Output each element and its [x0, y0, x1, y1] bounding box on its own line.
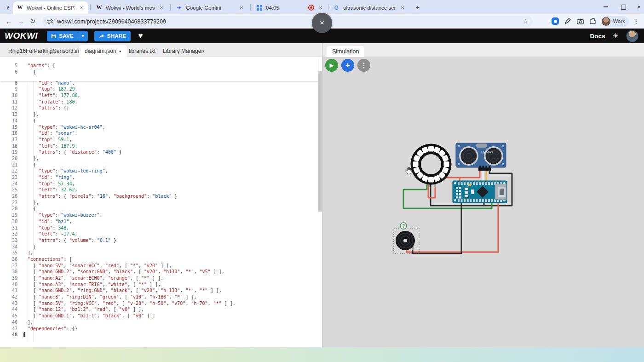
nano-pin[interactable] — [488, 199, 490, 202]
wire-buzzer-red[interactable] — [407, 203, 498, 252]
nano-pin[interactable] — [476, 199, 478, 202]
code-line[interactable]: 20 }, — [0, 155, 318, 162]
wokwi-user-avatar[interactable] — [626, 30, 638, 42]
code-line[interactable]: 46 ], — [0, 319, 318, 326]
nano-pin[interactable] — [467, 199, 469, 202]
browser-tab-timer[interactable]: 04:05 × — [252, 1, 328, 14]
wire-sonar-vcc-red[interactable] — [460, 170, 480, 181]
code-line[interactable]: 44 [ "nano:12", "bz1:2", "red", [ "v0" ]… — [0, 306, 318, 313]
nano-pin[interactable] — [482, 199, 484, 202]
code-line[interactable]: 47 "dependencies": {} — [0, 326, 318, 332]
extensions-puzzle-icon[interactable] — [588, 17, 597, 25]
code-line[interactable]: 28 { — [0, 206, 318, 212]
nano-pin[interactable] — [464, 182, 466, 185]
url-bar[interactable]: wokwi.com/projects/290964046833779209 ☆ — [42, 16, 533, 27]
code-line[interactable]: 24 "top": 57.34, — [0, 181, 318, 187]
code-line[interactable]: 42 [ "nano:8", "ring:DIN", "green", [ "v… — [0, 294, 318, 300]
code-line[interactable]: 30 "id": "bz1", — [0, 218, 318, 225]
code-line[interactable]: 34 } — [0, 244, 318, 250]
tabs-dropdown-button[interactable]: ▾ — [197, 45, 210, 57]
site-info-icon[interactable] — [47, 18, 53, 25]
reload-icon[interactable]: ↻ — [27, 17, 39, 25]
camera-extension-icon[interactable] — [576, 17, 584, 25]
new-tab-button[interactable]: + — [413, 2, 422, 11]
add-part-button[interactable]: + — [341, 59, 354, 72]
code-line[interactable]: 12 "attrs": {} — [0, 105, 318, 111]
code-line[interactable]: 41 [ "nano:GND.2", "ring:GND", "black", … — [0, 287, 318, 294]
led-ring-part[interactable] — [411, 144, 452, 187]
code-line[interactable]: 26 "attrs": { "pixels": "16", "backgroun… — [0, 193, 318, 200]
wire-buzzer-black[interactable] — [413, 203, 461, 253]
save-button[interactable]: SAVE ▾ — [47, 31, 88, 41]
heart-icon[interactable]: ♥ — [138, 31, 143, 40]
nano-pin[interactable] — [461, 182, 463, 185]
code-line[interactable]: 40 [ "nano:A3", "sonar:TRIG", "white", [… — [0, 282, 318, 288]
code-line[interactable]: 45 [ "nano:GND.1", "bz1:1", "black", [ "… — [0, 313, 318, 319]
code-line[interactable]: 29 "type": "wokwi-buzzer", — [0, 212, 318, 218]
code-line[interactable]: 15 "type": "wokwi-hc-sr04", — [0, 124, 318, 131]
close-icon[interactable]: × — [317, 5, 324, 11]
theme-toggle-sun-icon[interactable]: ☀ — [613, 32, 619, 40]
code-line[interactable]: 39 [ "nano:A2", "sonar:ECHO", "orange", … — [0, 275, 318, 282]
code-line[interactable]: 17 "top": 59.1, — [0, 137, 318, 143]
nano-pin[interactable] — [464, 199, 466, 202]
code-line[interactable]: 31 "top": 348, — [0, 225, 318, 231]
hc-sr04-part[interactable]: HC-SR04 — [456, 143, 506, 171]
nano-pin[interactable] — [461, 199, 463, 202]
panel-divider[interactable] — [322, 43, 322, 347]
code-line[interactable]: 36 "connections": [ — [0, 256, 318, 263]
close-icon[interactable]: × — [158, 5, 165, 11]
browser-tab-google-search[interactable]: G ultrasonic distance sensor - Go × — [329, 1, 409, 14]
code-line[interactable]: 18 "left": 187.9, — [0, 143, 318, 149]
nano-pin[interactable] — [458, 182, 460, 185]
code-line[interactable]: 11 "rotate": 180, — [0, 99, 318, 105]
nano-pin[interactable] — [491, 199, 493, 202]
close-icon[interactable]: × — [399, 5, 406, 11]
nano-pin[interactable] — [488, 182, 490, 185]
browser-tab-wokwi-project[interactable]: W Wokwi - Online ESP32, STM32, × — [13, 1, 88, 14]
sticky-scroll-lines[interactable]: 5 "parts": [6 { — [0, 57, 318, 81]
nano-pin[interactable] — [473, 182, 475, 185]
code-line[interactable]: 14 { — [0, 118, 318, 124]
nano-pin[interactable] — [479, 182, 481, 185]
code-line[interactable]: 27 }, — [0, 200, 318, 206]
nano-pin[interactable] — [482, 182, 484, 185]
stop-recording-overlay-button[interactable]: × — [312, 13, 332, 33]
code-line[interactable]: 48} — [0, 332, 318, 338]
code-line[interactable]: 23 "id": "ring", — [0, 174, 318, 181]
docs-link[interactable]: Docs — [590, 33, 605, 40]
code-line[interactable]: 38 [ "nano:GND.2", "sonar:GND", "black",… — [0, 269, 318, 275]
nano-pin[interactable] — [473, 199, 475, 202]
code-line[interactable]: 10 "left": 177.88, — [0, 92, 318, 99]
editor-tab-libraries[interactable]: libraries.txt — [123, 45, 161, 57]
arduino-nano-part[interactable] — [453, 181, 507, 203]
bookmark-star-icon[interactable]: ☆ — [523, 18, 528, 25]
buzzer-help-badge[interactable]: ? — [400, 223, 407, 229]
nano-pin[interactable] — [476, 182, 478, 185]
code-line[interactable]: 37 [ "nano:5V", "sonar:VCC", "red", [ "*… — [0, 263, 318, 269]
browser-profile-chip[interactable]: Work — [601, 16, 629, 27]
tab-search-icon[interactable]: ∨ — [4, 3, 12, 11]
nano-pin[interactable] — [470, 199, 472, 202]
code-line[interactable]: 16 "id": "sonar", — [0, 130, 318, 137]
code-line[interactable]: 32 "left": -17.4, — [0, 231, 318, 237]
editor-scrollbar[interactable] — [318, 71, 322, 212]
code-line[interactable]: 13 }, — [0, 111, 318, 118]
extension-blue-icon[interactable] — [551, 17, 559, 25]
code-line[interactable]: 25 "left": 32.62, — [0, 187, 318, 193]
nano-pin[interactable] — [458, 199, 460, 202]
url-text[interactable]: wokwi.com/projects/290964046833779209 — [57, 18, 166, 25]
window-minimize-button[interactable] — [598, 0, 614, 14]
browser-tab-wokwi-home[interactable]: W Wokwi - World's most advance × — [92, 1, 168, 14]
code-line[interactable]: 35 ], — [0, 250, 318, 256]
window-close-button[interactable]: × — [631, 0, 644, 14]
code-line[interactable]: 9 "top": 187.29, — [0, 86, 318, 92]
code-line[interactable]: 6 { — [0, 69, 318, 75]
simulation-tab[interactable]: Simulation — [327, 46, 364, 57]
code-lines[interactable]: 7 "type": "wokwi-arduino-nano",8 "id": "… — [0, 74, 318, 338]
code-line[interactable]: 33 "attrs": { "volume": "0.1" } — [0, 237, 318, 244]
close-icon[interactable]: × — [78, 5, 85, 11]
close-icon[interactable]: × — [238, 5, 245, 11]
editor-tab-diagram-json[interactable]: diagram.json ● — [79, 45, 127, 57]
browser-menu-icon[interactable]: ⋮ — [633, 17, 639, 25]
